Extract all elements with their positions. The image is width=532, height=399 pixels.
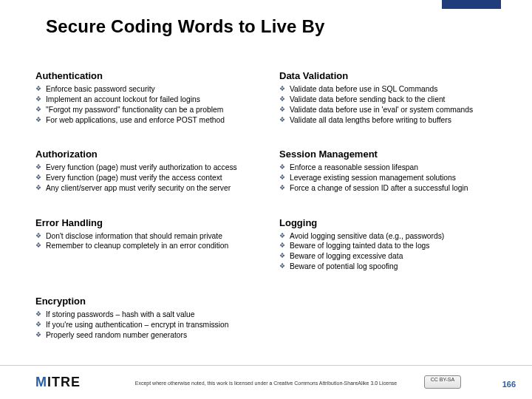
list-item: ❖Validate data before use in 'eval' or s… — [279, 105, 510, 115]
item-text: Enforce a reasonable session lifespan — [290, 163, 510, 173]
bullet-icon: ❖ — [35, 84, 46, 95]
bullet-icon: ❖ — [279, 105, 290, 115]
list-item: ❖Enforce basic password security — [35, 84, 266, 95]
bullet-icon: ❖ — [279, 231, 290, 242]
list-item: ❖Don't disclose information that should … — [35, 231, 266, 242]
section-encryption: Encryption ❖If storing passwords – hash … — [35, 296, 266, 353]
bullet-icon: ❖ — [279, 115, 290, 126]
item-text: For web applications, use and enforce PO… — [46, 115, 266, 126]
item-text: Validate data before sending back to the… — [290, 95, 510, 105]
list-item: ❖Implement an account lockout for failed… — [35, 95, 266, 105]
item-text: Remember to cleanup completely in an err… — [46, 241, 266, 251]
item-text: Leverage existing session management sol… — [290, 173, 510, 183]
list-item: ❖Enforce a reasonable session lifespan — [279, 163, 510, 173]
bullet-icon: ❖ — [35, 310, 46, 320]
section-data-validation: Data Validation ❖Validate data before us… — [279, 70, 510, 138]
item-text: Don't disclose information that should r… — [46, 231, 266, 242]
item-text: If you're using authentication – encrypt… — [46, 320, 266, 330]
section-heading: Data Validation — [279, 70, 510, 81]
list-item: ❖Validate data before use in SQL Command… — [279, 84, 510, 95]
item-text: If storing passwords – hash with a salt … — [46, 310, 266, 320]
list-item: ❖For web applications, use and enforce P… — [35, 115, 266, 126]
bullet-icon: ❖ — [279, 241, 290, 251]
bullet-icon: ❖ — [35, 105, 46, 115]
item-text: Beware of logging tainted data to the lo… — [290, 241, 510, 251]
list-item: ❖Force a change of session ID after a su… — [279, 183, 510, 194]
section-items: ❖Every function (page) must verify autho… — [35, 163, 266, 194]
bullet-icon: ❖ — [279, 183, 290, 194]
item-text: Every function (page) must verify author… — [46, 163, 266, 173]
section-items: ❖Don't disclose information that should … — [35, 231, 266, 252]
cc-badge-icon: CC BY-SA — [424, 375, 461, 389]
item-text: Validate all data lengths before writing… — [290, 115, 510, 126]
bullet-icon: ❖ — [279, 84, 290, 95]
bullet-icon: ❖ — [279, 173, 290, 183]
section-heading: Session Management — [279, 149, 510, 160]
section-session-management: Session Management ❖Enforce a reasonable… — [279, 149, 510, 206]
list-item: ❖Every function (page) must verify autho… — [35, 163, 266, 173]
bullet-icon: ❖ — [279, 262, 290, 272]
item-text: Every function (page) must verify the ac… — [46, 173, 266, 183]
section-items: ❖Validate data before use in SQL Command… — [279, 84, 510, 126]
accent-bar — [442, 0, 501, 9]
item-text: Avoid logging sensitive data (e.g., pass… — [290, 231, 510, 242]
list-item: ❖Beware of logging excessive data — [279, 251, 510, 262]
item-text: Beware of logging excessive data — [290, 251, 510, 262]
section-heading: Error Handling — [35, 217, 266, 228]
item-text: Properly seed random number generators — [46, 330, 266, 341]
slide-page: Secure Coding Words to Live By Authentic… — [0, 0, 532, 399]
item-text: Validate data before use in SQL Commands — [290, 84, 510, 95]
list-item: ❖Validate all data lengths before writin… — [279, 115, 510, 126]
item-text: Any client/server app must verify securi… — [46, 183, 266, 194]
item-text: "Forgot my password" functionality can b… — [46, 105, 266, 115]
content-grid: Authentication ❖Enforce basic password s… — [35, 70, 510, 353]
bullet-icon: ❖ — [35, 231, 46, 242]
list-item: ❖Every function (page) must verify the a… — [35, 173, 266, 183]
list-item: ❖If you're using authentication – encryp… — [35, 320, 266, 330]
section-authentication: Authentication ❖Enforce basic password s… — [35, 70, 266, 138]
section-logging: Logging ❖Avoid logging sensitive data (e… — [279, 217, 510, 285]
bullet-icon: ❖ — [279, 95, 290, 105]
bullet-icon: ❖ — [35, 241, 46, 251]
page-number: 166 — [502, 380, 516, 389]
list-item: ❖Leverage existing session management so… — [279, 173, 510, 183]
bullet-icon: ❖ — [35, 115, 46, 126]
section-authorization: Authorization ❖Every function (page) mus… — [35, 149, 266, 206]
section-heading: Encryption — [35, 296, 266, 307]
list-item: ❖Validate data before sending back to th… — [279, 95, 510, 105]
list-item: ❖Properly seed random number generators — [35, 330, 266, 341]
list-item: ❖Beware of logging tainted data to the l… — [279, 241, 510, 251]
list-item: ❖If storing passwords – hash with a salt… — [35, 310, 266, 320]
footer: MITRE Except where otherwise noted, this… — [0, 365, 532, 399]
section-heading: Authentication — [35, 70, 266, 81]
bullet-icon: ❖ — [279, 251, 290, 262]
bullet-icon: ❖ — [35, 320, 46, 330]
list-item: ❖Remember to cleanup completely in an er… — [35, 241, 266, 251]
section-items: ❖Enforce basic password security ❖Implem… — [35, 84, 266, 126]
page-title: Secure Coding Words to Live By — [46, 16, 325, 37]
item-text: Implement an account lockout for failed … — [46, 95, 266, 105]
bullet-icon: ❖ — [279, 163, 290, 173]
section-items: ❖Enforce a reasonable session lifespan ❖… — [279, 163, 510, 194]
item-text: Beware of potential log spoofing — [290, 262, 510, 272]
section-items: ❖Avoid logging sensitive data (e.g., pas… — [279, 231, 510, 273]
section-heading: Authorization — [35, 149, 266, 160]
section-error-handling: Error Handling ❖Don't disclose informati… — [35, 217, 266, 285]
bullet-icon: ❖ — [35, 183, 46, 194]
bullet-icon: ❖ — [35, 163, 46, 173]
list-item: ❖Beware of potential log spoofing — [279, 262, 510, 272]
list-item: ❖Any client/server app must verify secur… — [35, 183, 266, 194]
bullet-icon: ❖ — [35, 173, 46, 183]
list-item: ❖Avoid logging sensitive data (e.g., pas… — [279, 231, 510, 242]
item-text: Force a change of session ID after a suc… — [290, 183, 510, 194]
bullet-icon: ❖ — [35, 95, 46, 105]
section-heading: Logging — [279, 217, 510, 228]
item-text: Validate data before use in 'eval' or sy… — [290, 105, 510, 115]
list-item: ❖"Forgot my password" functionality can … — [35, 105, 266, 115]
item-text: Enforce basic password security — [46, 84, 266, 95]
section-items: ❖If storing passwords – hash with a salt… — [35, 310, 266, 341]
bullet-icon: ❖ — [35, 330, 46, 341]
